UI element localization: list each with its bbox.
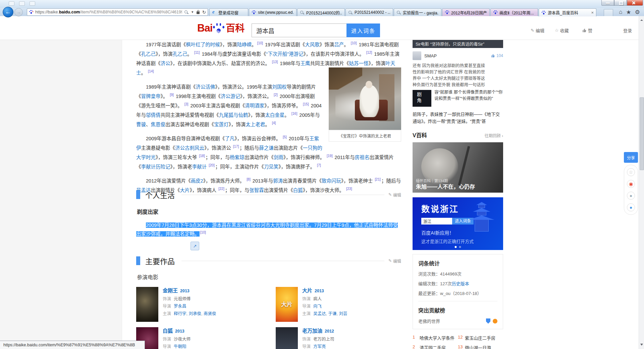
hotlist-item[interactable]: 12紫玉山庄二手房 — [458, 335, 503, 341]
article-link[interactable]: “下次开船”港游记 — [266, 51, 303, 57]
scrollbar-thumb[interactable] — [640, 97, 644, 170]
search-icon[interactable] — [184, 10, 188, 14]
movie-poster[interactable] — [136, 287, 158, 322]
article-link[interactable]: 画皮2 — [191, 178, 203, 184]
movie-poster[interactable]: 老万加油 — [276, 327, 298, 349]
forward-button[interactable]: → — [14, 8, 23, 16]
browser-tab[interactable]: 2012年6月28日国产... — [442, 8, 490, 16]
article-link[interactable]: 孔乙己 — [173, 51, 187, 57]
reference-sup[interactable]: [12] — [366, 50, 372, 54]
baidu-baike-logo[interactable]: Bai du 百科 — [197, 21, 245, 34]
article-link[interactable]: 陆峥嵘 — [237, 42, 252, 47]
qq-icon[interactable]: ● — [627, 203, 635, 211]
history-versions-link[interactable]: 历史版本 — [452, 281, 469, 286]
search-input[interactable] — [252, 23, 347, 37]
director-link[interactable]: 向飞 — [313, 304, 322, 309]
article-link[interactable]: 清明酒家 — [245, 103, 264, 108]
scroll-down-arrow[interactable] — [640, 344, 643, 347]
article-link[interactable]: 冒牌皇帝 — [141, 94, 161, 99]
reference-sup[interactable]: [20] — [209, 163, 215, 167]
weibo-icon[interactable]: ◉ — [627, 180, 635, 188]
browser-tab[interactable]: P201521440002 - ... — [345, 8, 393, 16]
movie-poster[interactable]: 大片 — [276, 287, 298, 322]
article-link[interactable]: 邬倩倩 — [146, 112, 161, 118]
article-link[interactable]: 济公游记 — [221, 94, 240, 99]
article-link[interactable]: 李献计 — [192, 164, 207, 169]
wechat-icon[interactable]: ● — [627, 192, 635, 200]
reference-sup[interactable]: [5] — [283, 135, 287, 139]
article-link[interactable]: 姑苏一怪 — [349, 61, 369, 66]
movie-title-link[interactable]: 老万加油2012 — [302, 328, 334, 335]
article-link[interactable]: 枫叶红了的时候 — [186, 42, 220, 47]
star-link[interactable]: 刘承俊 — [189, 311, 201, 316]
edit-section-link[interactable]: ✎编辑 — [388, 192, 401, 198]
article-link[interactable]: 刘国权 — [272, 84, 287, 90]
reference-sup[interactable]: [19] — [327, 154, 333, 158]
header-like-button[interactable]: 赞 — [582, 27, 592, 34]
article-link[interactable]: 太白金星 — [265, 112, 284, 118]
article-link[interactable]: 剑雨 — [274, 155, 283, 160]
article-link[interactable]: 宝莲灯 — [214, 122, 229, 127]
header-edit-button[interactable]: ✎编辑 — [531, 27, 544, 34]
favorite-star-icon[interactable]: ☆ — [627, 168, 635, 176]
article-link[interactable]: 济公古刹风云 — [175, 145, 204, 151]
reference-sup[interactable]: [10] — [257, 41, 263, 45]
zhejiang-ad-banner[interactable]: 数说浙江 进入词条 百度AI新应用！ 这才是浙江的正确打开方式 — [413, 197, 503, 250]
reference-sup[interactable]: [21] — [375, 177, 381, 181]
edit-section-link[interactable]: ✎编辑 — [388, 258, 401, 264]
article-link[interactable]: 李献计历险记 — [141, 164, 170, 169]
hotlist-item[interactable]: 1哈佛大学入学条件 — [413, 335, 458, 341]
header-favorite-button[interactable]: ☆收藏 — [555, 27, 569, 34]
reference-sup[interactable]: [14] — [148, 69, 154, 73]
reference-sup[interactable]: [7] — [317, 163, 321, 167]
star-link[interactable]: 南贤俊 — [204, 311, 216, 316]
hotlist-item[interactable]: 2清芷园二手房 — [413, 344, 458, 349]
chevron-down-icon[interactable]: ▼ — [191, 10, 194, 14]
vbaike-more-link[interactable]: 往期回顾 — [485, 133, 503, 138]
drama-thumbnail[interactable]: 剧角 — [413, 90, 431, 107]
article-link[interactable]: 太上老君 — [246, 122, 265, 127]
article-link[interactable]: 孔乙己 — [141, 51, 156, 57]
contributor-name[interactable]: 老佛的世界 — [418, 318, 440, 324]
reference-sup[interactable]: [16] — [291, 111, 298, 115]
home-icon[interactable]: ⌂ — [619, 9, 622, 16]
movie-title-link[interactable]: 白狐2013 — [163, 328, 201, 335]
browser-tab[interactable]: 游本昌_百度百科× — [539, 8, 596, 16]
reference-sup[interactable]: [4] — [272, 121, 276, 125]
director-link[interactable]: 罗永昌 — [174, 304, 186, 309]
article-image-taishang-laojun[interactable]: 《宝莲灯》中饰演的太上老君 — [329, 67, 401, 142]
vbaike-video-card[interactable]: 缅怀百科｜第134期 朱旭——人不在，心仍存 — [413, 142, 503, 193]
minimize-button[interactable] — [601, 0, 614, 6]
reference-sup[interactable]: [9] — [170, 93, 174, 97]
star-link[interactable]: 吴孟达 — [313, 311, 326, 316]
movie-card[interactable]: 金刚王2013饰演元祖师傅导演罗永昌主演释行宇, 刘承俊, 南贤俊 — [136, 287, 276, 322]
like-count[interactable]: 104 — [491, 53, 503, 58]
article-link[interactable]: 刀见笑 — [264, 164, 279, 169]
director-link[interactable]: 牛朝阳 — [174, 344, 186, 349]
login-link[interactable]: 登录 — [623, 27, 632, 34]
article-link[interactable]: 大风歌 — [305, 42, 320, 47]
article-link[interactable]: 济公 — [161, 61, 170, 66]
browser-tab[interactable]: P201521440002的... — [297, 8, 345, 16]
movie-card[interactable]: 大片大片2013饰演病人导演向飞主演吴孟达, 于谦, 刘芸 — [276, 287, 401, 322]
browser-tab[interactable]: 画皮Ⅱ（2012年周... — [490, 8, 538, 16]
article-link[interactable]: 曹骏 — [136, 122, 146, 127]
reference-sup[interactable]: [13] — [272, 60, 278, 64]
star-link[interactable]: 刘芸 — [339, 311, 347, 316]
url-text[interactable]: https://baike.baidu.com/item/%E6%B8%B8%E… — [35, 10, 182, 14]
reference-sup[interactable]: [18] — [199, 154, 205, 158]
refresh-icon[interactable]: ↻ — [202, 10, 206, 14]
article-link[interactable]: 郭涛 — [273, 178, 283, 184]
movie-title-link[interactable]: 大片2013 — [302, 287, 347, 294]
article-link[interactable]: 致命闪玩 — [322, 178, 341, 184]
scrollbar[interactable] — [639, 16, 644, 349]
browser-tab[interactable]: site:(www.ppsuc.ed... — [249, 8, 297, 16]
carousel-dots[interactable] — [455, 246, 461, 248]
movie-card[interactable]: 白狐2013饰演沙夜大师导演牛朝阳主演张智霖, 惠英红 — [136, 327, 276, 349]
article-link[interactable]: 焦恩俊 — [151, 122, 166, 127]
article-link[interactable]: 了凡 — [225, 136, 234, 141]
scroll-up-arrow[interactable] — [640, 18, 643, 21]
article-link[interactable]: 杨紫琼 — [230, 155, 245, 160]
browser-tab[interactable]: 实验报告一 - gaojia... — [394, 8, 441, 16]
reference-sup[interactable]: [11] — [194, 50, 200, 54]
